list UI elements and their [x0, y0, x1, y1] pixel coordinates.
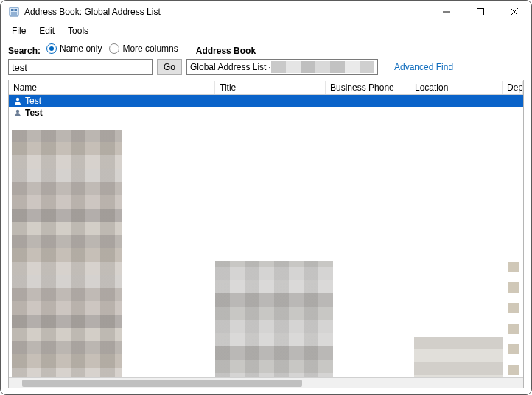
- search-mode-group: Name only More columns: [46, 43, 178, 54]
- col-header-phone[interactable]: Business Phone: [326, 81, 410, 94]
- menu-file[interactable]: File: [5, 24, 32, 38]
- scrollbar-thumb[interactable]: [22, 380, 302, 387]
- obscured-text: [271, 61, 374, 73]
- col-header-dept[interactable]: Dep: [503, 81, 523, 94]
- contact-icon: [13, 97, 22, 105]
- col-header-title[interactable]: Title: [215, 81, 326, 94]
- radio-dot-icon: [109, 43, 119, 54]
- advanced-find-link[interactable]: Advanced Find: [394, 62, 453, 72]
- col-header-name[interactable]: Name: [9, 81, 215, 94]
- radio-more-columns-label: More columns: [122, 43, 178, 54]
- window-controls: [430, 1, 531, 23]
- svg-point-9: [16, 98, 19, 101]
- close-icon: [511, 8, 518, 15]
- table-body: Test Test: [9, 95, 523, 388]
- table-header: Name Title Business Phone Location Dep: [9, 80, 523, 95]
- search-mode-row: Search: Name only More columns Address B…: [8, 43, 524, 56]
- close-button[interactable]: [497, 1, 531, 23]
- results-table: Name Title Business Phone Location Dep T…: [8, 80, 524, 388]
- row-name: Test: [25, 108, 43, 118]
- address-book-label: Address Book: [196, 46, 256, 56]
- col-header-location[interactable]: Location: [410, 81, 503, 94]
- menubar: File Edit Tools: [1, 23, 531, 39]
- obscured-content: [12, 130, 122, 381]
- svg-line-8: [511, 8, 518, 15]
- maximize-icon: [477, 8, 484, 15]
- address-book-window: Address Book: Global Address List File E…: [0, 0, 532, 395]
- svg-rect-0: [10, 7, 18, 16]
- minimize-icon: [443, 8, 450, 15]
- horizontal-scrollbar[interactable]: [9, 377, 523, 388]
- table-row[interactable]: Test: [9, 95, 523, 107]
- radio-name-only-label: Name only: [60, 43, 102, 54]
- titlebar: Address Book: Global Address List: [1, 1, 531, 23]
- svg-rect-2: [15, 9, 18, 11]
- radio-more-columns[interactable]: More columns: [109, 43, 178, 54]
- address-book-select[interactable]: Global Address List -: [186, 59, 378, 75]
- radio-dot-icon: [46, 43, 57, 54]
- row-name: Test: [25, 96, 41, 106]
- maximize-button[interactable]: [463, 1, 497, 23]
- svg-line-7: [511, 8, 518, 15]
- svg-rect-6: [477, 9, 484, 15]
- menu-tools[interactable]: Tools: [61, 24, 95, 38]
- go-button[interactable]: Go: [157, 59, 182, 75]
- search-input-row: Go Global Address List - Advanced Find: [8, 59, 524, 75]
- address-book-selected-text: Global Address List -: [190, 62, 270, 72]
- search-input[interactable]: [8, 59, 153, 75]
- minimize-button[interactable]: [430, 1, 463, 23]
- content-area: Search: Name only More columns Address B…: [1, 39, 531, 394]
- svg-rect-1: [11, 9, 14, 11]
- menu-edit[interactable]: Edit: [32, 24, 61, 38]
- search-label: Search:: [8, 46, 41, 56]
- contact-icon: [13, 108, 22, 117]
- obscured-content: [508, 257, 519, 375]
- svg-point-10: [16, 110, 19, 113]
- table-row[interactable]: Test: [9, 107, 523, 119]
- address-book-icon: [8, 6, 20, 18]
- window-title: Address Book: Global Address List: [24, 7, 430, 17]
- radio-name-only[interactable]: Name only: [46, 43, 102, 54]
- obscured-content: [215, 261, 333, 386]
